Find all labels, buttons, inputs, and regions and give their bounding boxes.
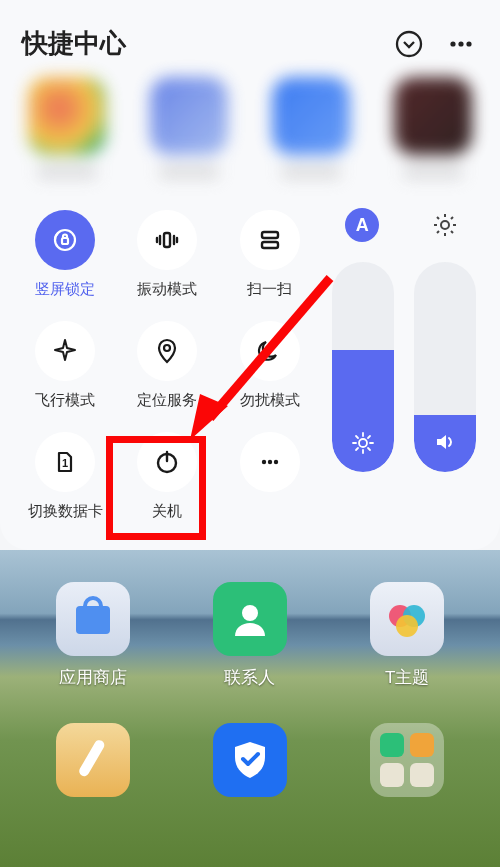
home-app-row: 应用商店 联系人 T主题 (0, 550, 500, 689)
volume-icon (433, 430, 457, 458)
power-icon (152, 447, 182, 477)
app-store[interactable]: 应用商店 (43, 582, 143, 689)
svg-point-1 (450, 41, 455, 46)
svg-text:1: 1 (62, 457, 68, 469)
folder-app[interactable] (370, 723, 444, 797)
app-label: 联系人 (224, 666, 275, 689)
svg-rect-32 (76, 606, 110, 634)
panel-header: 快捷中心 (0, 0, 500, 67)
security-app[interactable] (213, 723, 287, 797)
svg-point-2 (458, 41, 463, 46)
more-toggles[interactable] (219, 432, 321, 521)
svg-rect-37 (77, 738, 106, 778)
svg-rect-12 (262, 242, 278, 248)
svg-line-27 (368, 448, 370, 450)
right-column: A (321, 206, 486, 521)
svg-line-28 (368, 436, 370, 438)
svg-rect-11 (262, 232, 278, 238)
recent-app-1[interactable] (22, 77, 112, 192)
svg-line-29 (356, 448, 358, 450)
more-icon (255, 447, 285, 477)
theme-app[interactable]: T主题 (357, 582, 457, 689)
toggle-label: 飞行模式 (35, 391, 95, 410)
orientation-lock-toggle[interactable]: 竖屏锁定 (14, 210, 116, 299)
app-label: 应用商店 (59, 666, 127, 689)
airplane-icon (50, 336, 80, 366)
toggle-label: 扫一扫 (247, 280, 292, 299)
sim-icon: 1 (50, 447, 80, 477)
toggle-label: 切换数据卡 (28, 502, 103, 521)
chevron-down-circle-icon (394, 29, 424, 59)
notes-app[interactable] (56, 723, 130, 797)
app-label: T主题 (385, 666, 429, 689)
quick-area: 竖屏锁定 振动模式 扫一扫 飞行模式 定位服务 勿扰模式 (0, 206, 500, 521)
recent-apps-row (0, 67, 500, 206)
more-button[interactable] (444, 27, 478, 61)
toggle-label: 定位服务 (137, 391, 197, 410)
scan-toggle[interactable]: 扫一扫 (219, 210, 321, 299)
svg-point-36 (396, 615, 418, 637)
settings-button[interactable] (428, 208, 462, 242)
collapse-button[interactable] (392, 27, 426, 61)
location-toggle[interactable]: 定位服务 (116, 321, 218, 410)
recent-app-4[interactable] (388, 77, 478, 192)
sim-switch-toggle[interactable]: 1 切换数据卡 (14, 432, 116, 521)
brightness-slider[interactable] (332, 262, 394, 472)
home-screen: 应用商店 联系人 T主题 (0, 550, 500, 867)
home-app-row-2 (0, 689, 500, 797)
svg-line-26 (356, 436, 358, 438)
svg-point-33 (242, 605, 258, 621)
volume-slider[interactable] (414, 262, 476, 472)
quick-settings-panel: 快捷中心 (0, 0, 500, 550)
svg-point-17 (262, 460, 266, 464)
toggle-label: 关机 (152, 502, 182, 521)
location-icon (152, 336, 182, 366)
vibrate-icon (152, 225, 182, 255)
svg-point-21 (359, 439, 367, 447)
lock-rotate-icon (50, 225, 80, 255)
svg-rect-5 (62, 238, 68, 244)
auto-brightness-button[interactable]: A (345, 208, 379, 242)
gear-icon (432, 212, 458, 238)
panel-title: 快捷中心 (22, 26, 374, 61)
svg-rect-6 (164, 233, 170, 247)
svg-point-3 (466, 41, 471, 46)
quick-toggle-grid: 竖屏锁定 振动模式 扫一扫 飞行模式 定位服务 勿扰模式 (14, 206, 321, 521)
contacts-app[interactable]: 联系人 (200, 582, 300, 689)
toggle-label: 振动模式 (137, 280, 197, 299)
svg-point-19 (274, 460, 278, 464)
toggle-label: 竖屏锁定 (35, 280, 95, 299)
svg-point-0 (397, 32, 421, 56)
svg-point-18 (268, 460, 272, 464)
recent-app-3[interactable] (266, 77, 356, 192)
airplane-toggle[interactable]: 飞行模式 (14, 321, 116, 410)
recent-app-2[interactable] (144, 77, 234, 192)
svg-point-20 (441, 221, 449, 229)
dnd-toggle[interactable]: 勿扰模式 (219, 321, 321, 410)
svg-point-13 (164, 345, 170, 351)
more-horizontal-icon (446, 29, 476, 59)
scan-icon (255, 225, 285, 255)
power-toggle[interactable]: 关机 (116, 432, 218, 521)
moon-icon (255, 336, 285, 366)
brightness-icon (352, 432, 374, 458)
vibrate-toggle[interactable]: 振动模式 (116, 210, 218, 299)
toggle-label: 勿扰模式 (240, 391, 300, 410)
